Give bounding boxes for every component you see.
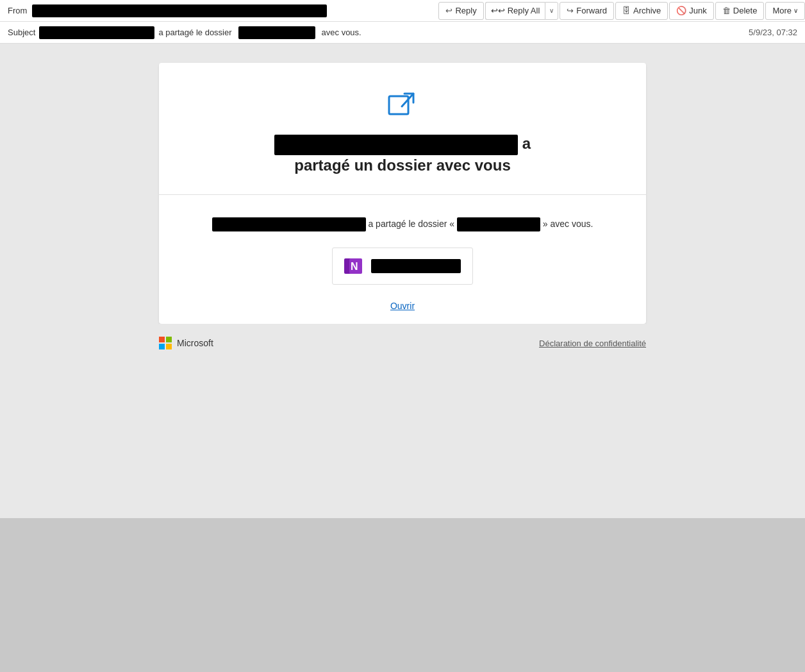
delete-label: Delete [733,6,758,15]
page-bottom [0,518,805,672]
subject-sender-redacted [39,26,154,39]
from-label: From [0,6,32,15]
subject-text-avec: avec vous. [322,28,361,37]
share-title-sender-redacted [274,135,518,155]
forward-button[interactable]: ↪ Forward [560,2,614,20]
subject-text-partagé: a partagé le dossier [158,28,231,37]
subject-label: Subject [8,28,35,37]
delete-button[interactable]: 🗑 Delete [715,2,765,20]
reply-icon: ↩ [445,6,452,15]
junk-icon: 🚫 [676,6,686,15]
reply-all-dropdown[interactable]: ∨ [545,2,558,20]
ms-red [159,337,165,342]
action-buttons: ↩ Reply ↩↩ Reply All ∨ ↪ Forward 🗄 Archi… [438,2,805,20]
share-title-a: a [522,135,531,152]
email-toolbar: From ↩ Reply ↩↩ Reply All ∨ ↪ Forward 🗄 … [0,0,805,22]
reply-all-group: ↩↩ Reply All ∨ [485,2,559,20]
share-desc-folder-redacted [457,217,540,231]
share-icon-container [386,88,419,121]
email-body-wrapper: a partagé un dossier avec vous a partagé… [0,44,805,518]
share-title: a partagé un dossier avec vous [172,133,633,175]
microsoft-grid-icon [159,337,172,349]
microsoft-logo: Microsoft [159,337,213,349]
junk-button[interactable]: 🚫 Junk [669,2,713,20]
email-card: a partagé un dossier avec vous a partagé… [159,63,646,324]
share-body-section: a partagé le dossier « » avec vous. N Ou… [159,195,646,324]
delete-icon: 🗑 [722,6,731,15]
microsoft-label: Microsoft [177,338,213,348]
reply-all-icon: ↩↩ [491,6,505,15]
forward-icon: ↪ [567,6,574,15]
reply-all-button[interactable]: ↩↩ Reply All [485,2,545,20]
ms-blue [159,344,165,349]
share-desc-mid: a partagé le dossier « [368,219,454,229]
share-desc-sender-redacted [212,217,366,231]
archive-button[interactable]: 🗄 Archive [615,2,668,20]
share-title-line2: partagé un dossier avec vous [294,156,510,174]
ms-yellow [166,344,172,349]
privacy-link[interactable]: Déclaration de confidentialité [539,339,646,348]
subject-left: Subject a partagé le dossier avec vous. [8,26,361,39]
more-chevron-icon: ∨ [793,7,798,14]
more-label: More [772,6,792,15]
subject-folder-redacted [238,26,315,39]
chevron-down-icon: ∨ [549,7,554,14]
reply-label: Reply [455,6,476,15]
share-desc-end: » avec vous. [543,219,593,229]
from-value-redacted [32,4,327,17]
subject-row: Subject a partagé le dossier avec vous. … [0,22,805,44]
reply-button[interactable]: ↩ Reply [438,2,483,20]
forward-label: Forward [576,6,607,15]
share-header-section: a partagé un dossier avec vous [159,63,646,195]
onenote-icon: N [343,256,363,276]
open-link[interactable]: Ouvrir [172,301,633,311]
email-date: 5/9/23, 07:32 [749,28,797,37]
archive-label: Archive [633,6,661,15]
folder-name-redacted [371,259,461,273]
svg-text:N: N [351,261,358,272]
email-footer: Microsoft Déclaration de confidentialité [159,324,646,362]
more-button[interactable]: More ∨ [765,2,805,20]
share-icon [386,88,419,121]
archive-icon: 🗄 [622,6,631,15]
ms-green [166,337,172,342]
svg-rect-0 [389,96,408,114]
share-description: a partagé le dossier « » avec vous. [172,217,633,231]
folder-card: N [332,248,473,285]
junk-label: Junk [689,6,706,15]
reply-all-label: Reply All [508,6,540,15]
